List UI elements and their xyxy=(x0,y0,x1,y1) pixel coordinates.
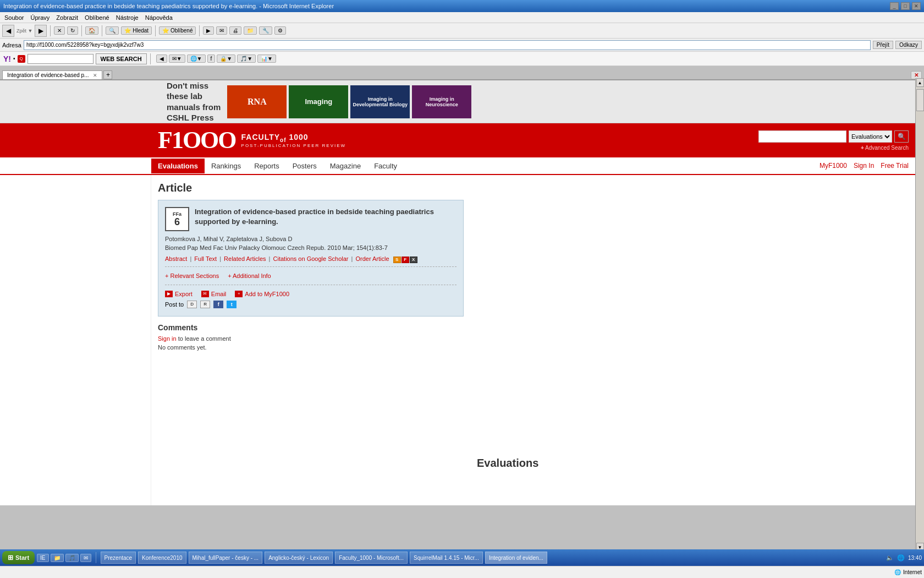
sign-in-suffix: to leave a comment xyxy=(178,335,231,342)
search-button[interactable]: 🔍 xyxy=(894,130,909,143)
menu-file[interactable]: Soubor xyxy=(4,14,24,21)
taskbar-item-konference[interactable]: Konference2010 xyxy=(138,552,186,564)
tools-btn5[interactable]: ⚙ xyxy=(274,26,286,35)
back-label: Zpět ▼ xyxy=(16,28,32,34)
tools-btn2[interactable]: 🖨 xyxy=(229,26,241,35)
nav-item-faculty[interactable]: Faculty xyxy=(367,159,404,173)
yahoo-search-button[interactable]: WEB SEARCH xyxy=(96,53,147,64)
f1000-logo-group: F1OOO FACULTYof 1000 POST-PUBLICATION PE… xyxy=(158,128,346,152)
banner: Don't miss these lab manuals from CSHL P… xyxy=(0,80,915,123)
menu-help[interactable]: Nápověda xyxy=(145,14,173,21)
additional-info-btn[interactable]: + Additional Info xyxy=(228,272,271,279)
taskbar-item-squirrel[interactable]: SquirrelMail 1.4.15 - Micr... xyxy=(410,552,483,564)
sign-in-link[interactable]: Sign in xyxy=(158,335,177,342)
yahoo-tb-4[interactable]: f xyxy=(207,54,216,63)
browser-tab[interactable]: Integration of evidence-based p... ✕ xyxy=(2,70,102,79)
banner-line4: CSHL Press xyxy=(167,112,221,123)
forward-button[interactable]: ▶ xyxy=(35,25,47,37)
yahoo-tb-6[interactable]: 🎵▼ xyxy=(237,54,256,63)
header-content: F1OOO FACULTYof 1000 POST-PUBLICATION PE… xyxy=(158,128,909,152)
quick-launch-ie[interactable]: IE xyxy=(37,554,48,562)
address-input[interactable] xyxy=(24,40,871,50)
citations-link[interactable]: Citations on Google Scholar xyxy=(273,255,349,262)
minimize-button[interactable]: _ xyxy=(890,2,899,10)
tray-icon-2: 🌐 xyxy=(897,554,905,561)
tools-btn3[interactable]: 📁 xyxy=(244,26,257,35)
fulltext-link[interactable]: Full Text xyxy=(194,255,217,262)
taskbar-item-faculty[interactable]: Faculty_1000 - Microsoft... xyxy=(335,552,408,564)
abstract-link[interactable]: Abstract xyxy=(165,255,187,262)
taskbar-item-mihal[interactable]: Mihal_fullPaper - česky - ... xyxy=(189,552,263,564)
start-button[interactable]: ⊞ Start xyxy=(2,551,35,564)
no-comments-text: No comments yet. xyxy=(158,344,464,351)
order-article-link[interactable]: Order Article xyxy=(355,255,389,262)
taskbar-item-lexicon[interactable]: Anglicko-český - Lexicon xyxy=(265,552,333,564)
history-button[interactable]: ▶ xyxy=(203,26,214,35)
maximize-button[interactable]: □ xyxy=(901,2,910,10)
export-action[interactable]: ▶ Export xyxy=(165,291,193,297)
stop-button[interactable]: ✕ xyxy=(54,26,65,35)
yahoo-search-input[interactable] xyxy=(28,54,94,64)
menu-favorites[interactable]: Oblíbené xyxy=(85,14,109,21)
refresh-button[interactable]: ↻ xyxy=(67,26,78,35)
post-twitter-icon[interactable]: t xyxy=(227,301,237,308)
nav-item-posters[interactable]: Posters xyxy=(286,159,323,173)
post-reddit-icon[interactable]: R xyxy=(200,301,210,308)
go-button[interactable]: Přejít xyxy=(873,41,893,49)
evaluations-section: Evaluations xyxy=(470,450,915,476)
mail-button[interactable]: ✉ xyxy=(216,26,227,35)
yahoo-tb-2[interactable]: ✉▼ xyxy=(169,54,185,63)
taskbar-item-prezentace[interactable]: Prezentace xyxy=(101,552,136,564)
search-button[interactable]: 🔍 xyxy=(106,26,119,35)
divider2 xyxy=(165,285,457,285)
scrollbar[interactable]: ▲ ▼ xyxy=(915,78,924,552)
quick-launch-outlook[interactable]: ✉ xyxy=(80,554,91,562)
yahoo-tb-7[interactable]: 📊▼ xyxy=(257,54,276,63)
nav-item-reports[interactable]: Reports xyxy=(248,159,286,173)
add-myflooo-action[interactable]: + Add to MyF1000 xyxy=(235,291,289,297)
close-button[interactable]: ✕ xyxy=(912,2,921,10)
yahoo-tb-3[interactable]: 🌐▼ xyxy=(187,54,206,63)
relevant-sections-btn[interactable]: + Relevant Sections xyxy=(165,272,219,279)
scroll-up-btn[interactable]: ▲ xyxy=(916,78,924,87)
post-facebook-icon[interactable]: f xyxy=(213,301,223,308)
taskbar-item-integration[interactable]: Integration of eviden... xyxy=(485,552,547,564)
nav-signin-link[interactable]: Sign In xyxy=(854,162,874,170)
nav-freetrial-link[interactable]: Free Trial xyxy=(881,162,909,170)
window-controls: _ □ ✕ xyxy=(890,2,921,10)
scroll-thumb[interactable] xyxy=(916,89,924,111)
tools-btn4[interactable]: 🔧 xyxy=(259,26,272,35)
menu-tools[interactable]: Nástroje xyxy=(116,14,139,21)
article-content: Article FFa 6 Integration of evidence-ba… xyxy=(151,175,470,505)
article-header-row: FFa 6 Integration of evidence-based prac… xyxy=(165,207,457,231)
advanced-search-label: Advanced Search xyxy=(865,145,909,151)
menu-edit[interactable]: Úpravy xyxy=(30,14,50,21)
nav-item-evaluations[interactable]: Evaluations xyxy=(151,159,205,173)
back-button[interactable]: ◀ xyxy=(2,25,14,37)
email-action[interactable]: ✉ Email xyxy=(201,291,227,297)
nav-item-magazine[interactable]: Magazine xyxy=(323,159,367,173)
home-button[interactable]: 🏠 xyxy=(85,26,98,35)
quick-launch-explorer[interactable]: 📁 xyxy=(51,554,64,562)
comments-section: Comments Sign in to leave a comment No c… xyxy=(158,317,464,357)
menu-view[interactable]: Zobrazit xyxy=(56,14,78,21)
related-articles-link[interactable]: Related Articles xyxy=(224,255,266,262)
yahoo-tb-5[interactable]: 🔒▼ xyxy=(217,54,235,63)
print-button[interactable]: ⭐ Hledat xyxy=(121,26,152,35)
yahoo-tb-1[interactable]: ◀ xyxy=(156,54,167,63)
advanced-search-link[interactable]: + Advanced Search xyxy=(861,145,909,151)
links-button[interactable]: Odkazy xyxy=(895,41,922,49)
nav-item-rankings[interactable]: Rankings xyxy=(205,159,248,173)
nav-myflooo-link[interactable]: MyF1000 xyxy=(820,162,847,170)
quick-launch: IE 📁 🎵 ✉ xyxy=(37,554,91,562)
right-area: Evaluations xyxy=(470,175,915,505)
tab-close-button[interactable]: ✕ xyxy=(93,73,97,78)
left-sidebar xyxy=(0,175,151,505)
banner-line3: manuals from xyxy=(167,102,221,113)
new-tab-button[interactable]: + xyxy=(103,70,112,79)
search-input[interactable] xyxy=(758,130,846,143)
quick-launch-media[interactable]: 🎵 xyxy=(65,554,79,562)
favorites-button[interactable]: ⭐ Oblíbené xyxy=(159,26,196,35)
post-digg-icon[interactable]: D xyxy=(187,301,197,308)
search-select[interactable]: Evaluations xyxy=(849,130,892,143)
